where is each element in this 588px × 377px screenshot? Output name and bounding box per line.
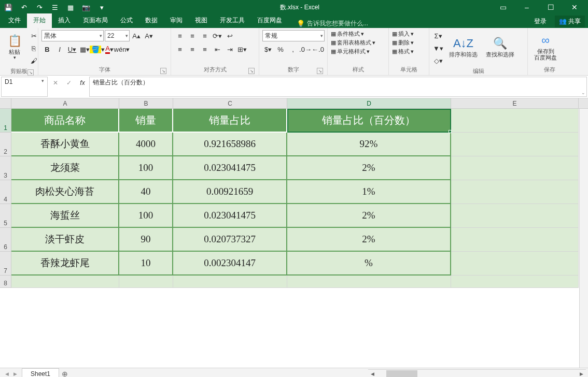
- cut-icon[interactable]: ✂: [28, 30, 39, 41]
- cell[interactable]: 90: [119, 228, 173, 252]
- number-format-combo[interactable]: 常规▾: [262, 30, 325, 41]
- cell[interactable]: [451, 276, 579, 288]
- cell[interactable]: [173, 276, 287, 288]
- cell[interactable]: [451, 109, 579, 133]
- touch-mode-icon[interactable]: ☰: [49, 1, 61, 13]
- maximize-button[interactable]: ☐: [539, 0, 562, 15]
- decrease-font-icon[interactable]: A▾: [143, 30, 155, 41]
- tab-baidu[interactable]: 百度网盘: [251, 13, 288, 28]
- percent-icon[interactable]: %: [275, 44, 286, 55]
- cell[interactable]: [451, 252, 579, 276]
- fill-handle[interactable]: [449, 130, 452, 133]
- tab-data[interactable]: 数据: [139, 13, 164, 28]
- align-left-icon[interactable]: ≡: [174, 44, 186, 55]
- phonetic-icon[interactable]: wén▾: [116, 44, 128, 55]
- cell[interactable]: 1%: [287, 180, 451, 204]
- comma-icon[interactable]: ,: [287, 44, 299, 55]
- font-name-combo[interactable]: 黑体▾: [41, 30, 104, 41]
- tab-home[interactable]: 开始: [27, 13, 52, 28]
- header-cell[interactable]: 销量: [119, 109, 173, 133]
- align-top-icon[interactable]: ≡: [174, 30, 186, 41]
- border-icon[interactable]: ▦▾: [79, 44, 90, 55]
- conditional-format-button[interactable]: ▦ 条件格式▾: [331, 30, 364, 38]
- save-baidu-button[interactable]: ∞ 保存到 百度网盘: [531, 30, 560, 64]
- tab-view[interactable]: 视图: [189, 13, 214, 28]
- col-header-b[interactable]: B: [119, 98, 173, 108]
- row-header-3[interactable]: 3: [0, 156, 11, 180]
- name-box[interactable]: D1▾: [1, 77, 48, 97]
- cell[interactable]: 92%: [287, 133, 451, 156]
- cell[interactable]: %: [287, 252, 451, 276]
- cell[interactable]: 0.00921659: [173, 180, 287, 204]
- cell[interactable]: 4000: [119, 133, 173, 156]
- italic-icon[interactable]: I: [54, 44, 65, 55]
- row-header-7[interactable]: 7: [0, 252, 11, 276]
- cell[interactable]: 海蜇丝: [11, 204, 119, 228]
- cell-styles-button[interactable]: ▦ 单元格样式▾: [331, 48, 370, 55]
- number-launcher-icon[interactable]: ↘: [317, 68, 323, 74]
- sheet-tab-sheet1[interactable]: Sheet1: [22, 368, 59, 377]
- delete-cells-button[interactable]: ▦ 删除▾: [392, 39, 414, 47]
- expand-formula-bar-icon[interactable]: ⌄: [581, 90, 585, 95]
- find-select-button[interactable]: 🔍 查找和选择: [483, 30, 517, 64]
- cell[interactable]: [451, 156, 579, 180]
- align-bottom-icon[interactable]: ≡: [199, 30, 211, 41]
- horizontal-scrollbar[interactable]: ◀▶: [368, 369, 586, 377]
- new-icon[interactable]: ▦: [64, 1, 77, 13]
- col-header-d[interactable]: D: [287, 98, 451, 108]
- alignment-launcher-icon[interactable]: ↘: [248, 68, 255, 74]
- save-icon[interactable]: 💾: [2, 1, 15, 13]
- cell[interactable]: 0.023041475: [173, 156, 287, 180]
- cell[interactable]: [451, 180, 579, 204]
- align-center-icon[interactable]: ≡: [187, 44, 198, 55]
- row-header-6[interactable]: 6: [0, 228, 11, 252]
- tab-formulas[interactable]: 公式: [114, 13, 139, 28]
- cell[interactable]: 0.020737327: [173, 228, 287, 252]
- increase-font-icon[interactable]: A▴: [131, 30, 142, 41]
- cell[interactable]: [451, 228, 579, 252]
- row-header-2[interactable]: 2: [0, 133, 11, 156]
- align-middle-icon[interactable]: ≡: [187, 30, 198, 41]
- cell[interactable]: 100: [119, 156, 173, 180]
- align-right-icon[interactable]: ≡: [199, 44, 211, 55]
- add-sheet-button[interactable]: ⊕: [59, 368, 71, 378]
- cell[interactable]: 淡干虾皮: [11, 228, 119, 252]
- sort-filter-button[interactable]: A↓Z 排序和筛选: [446, 30, 481, 64]
- decrease-decimal-icon[interactable]: ←.0: [312, 44, 324, 55]
- login-button[interactable]: 登录: [530, 16, 551, 27]
- tell-me-box[interactable]: 💡 告诉我您想要做什么...: [297, 19, 368, 28]
- increase-indent-icon[interactable]: ⇥: [224, 44, 235, 55]
- tab-insert[interactable]: 插入: [52, 13, 77, 28]
- redo-icon[interactable]: ↷: [33, 1, 46, 13]
- cell[interactable]: 2%: [287, 228, 451, 252]
- header-cell[interactable]: 销量占比: [173, 109, 287, 133]
- orientation-icon[interactable]: ⟳▾: [212, 30, 223, 41]
- format-painter-icon[interactable]: 🖌: [28, 55, 39, 66]
- wrap-text-icon[interactable]: ↩: [224, 30, 235, 41]
- row-header-5[interactable]: 5: [0, 204, 11, 228]
- increase-decimal-icon[interactable]: .0→: [300, 44, 311, 55]
- col-header-e[interactable]: E: [451, 98, 579, 108]
- cell[interactable]: 2%: [287, 156, 451, 180]
- fx-icon[interactable]: fx: [77, 78, 88, 88]
- decrease-indent-icon[interactable]: ⇤: [212, 44, 223, 55]
- format-cells-button[interactable]: ▦ 格式▾: [392, 48, 414, 55]
- enter-formula-icon[interactable]: ✓: [63, 78, 75, 88]
- fill-color-icon[interactable]: 🪣▾: [91, 44, 103, 55]
- row-header-8[interactable]: 8: [0, 276, 11, 288]
- cell[interactable]: 0.002304147: [173, 252, 287, 276]
- cell[interactable]: 40: [119, 180, 173, 204]
- clipboard-launcher-icon[interactable]: ↘: [27, 69, 34, 76]
- minimize-button[interactable]: –: [515, 0, 538, 15]
- paste-button[interactable]: 📋 粘贴 ▾: [3, 30, 26, 64]
- formula-input[interactable]: 销量占比（百分数） ⌄: [89, 77, 587, 97]
- autosum-icon[interactable]: Σ▾: [432, 30, 444, 41]
- cell[interactable]: [451, 133, 579, 156]
- vertical-scrollbar[interactable]: [579, 109, 588, 368]
- tab-page-layout[interactable]: 页面布局: [77, 13, 114, 28]
- sheet-nav-next-icon[interactable]: ▶: [11, 369, 19, 378]
- currency-icon[interactable]: $▾: [262, 44, 274, 55]
- merge-center-icon[interactable]: ⊞▾: [236, 44, 248, 55]
- cell[interactable]: [451, 204, 579, 228]
- underline-icon[interactable]: U▾: [66, 44, 78, 55]
